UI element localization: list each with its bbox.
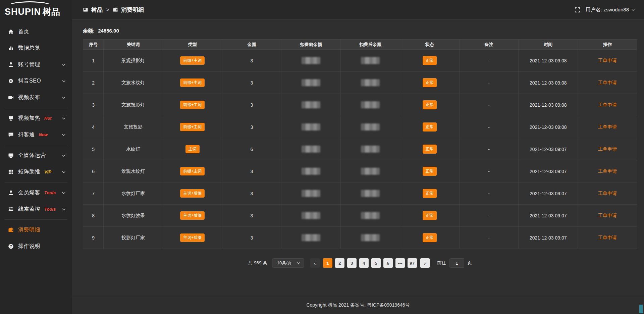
cell-remark: - xyxy=(459,227,519,249)
redacted-balance xyxy=(361,168,380,175)
cell-keyword: 水纹灯 xyxy=(104,138,163,160)
cell-keyword: 景观水纹灯 xyxy=(104,160,163,182)
menu-icon xyxy=(8,45,14,51)
cell-remark: - xyxy=(459,72,519,94)
type-badge: 主词+后缀 xyxy=(180,189,205,197)
table-row: 5 水纹灯 主词 6 正常 - 2021-12-03 09:07 工单申请 xyxy=(83,138,637,160)
cell-remark: - xyxy=(459,205,519,227)
page-button[interactable]: 5 xyxy=(371,258,381,268)
cell-remark: - xyxy=(459,138,519,160)
sidebar-item[interactable]: ? 操作说明 xyxy=(5,238,67,255)
sidebar-item[interactable]: 视频发布 xyxy=(5,89,67,106)
sidebar-item-label: 首页 xyxy=(18,28,29,35)
ticket-request-link[interactable]: 工单申请 xyxy=(598,168,617,174)
chevron-down-icon xyxy=(297,261,301,265)
status-badge: 正常 xyxy=(423,100,437,110)
sidebar-item[interactable]: 视频加热 Hot xyxy=(5,110,67,126)
sidebar-item[interactable]: 抖音SEO xyxy=(5,73,67,89)
cell-index: 7 xyxy=(83,182,104,205)
cell-balance-after xyxy=(341,205,400,227)
pagination: 共 969 条 10条/页 ‹ 1 2 3 4 xyxy=(83,258,637,268)
prev-page-button[interactable]: ‹ xyxy=(310,258,320,268)
ticket-request-link[interactable]: 工单申请 xyxy=(598,213,617,218)
sidebar-item[interactable]: 会员爆客 Tools xyxy=(5,185,67,201)
redacted-balance xyxy=(361,146,380,153)
ticket-request-link[interactable]: 工单申请 xyxy=(598,191,617,196)
consumption-table-wrap: 序号关键词类型金额扣费前余额扣费后余额状态备注时间操作 1 景观投影灯 前缀+主… xyxy=(83,39,637,249)
type-badge: 前缀+主词 xyxy=(180,56,205,64)
copyright-text: Copyright 树品 2021 备案号: 粤ICP备09019646号 xyxy=(306,302,410,308)
cell-action: 工单申请 xyxy=(578,72,637,94)
consumption-table: 序号关键词类型金额扣费前余额扣费后余额状态备注时间操作 1 景观投影灯 前缀+主… xyxy=(83,39,637,249)
cell-action: 工单申请 xyxy=(578,116,637,138)
sidebar-item[interactable]: 数据总览 xyxy=(5,40,67,56)
ticket-request-link[interactable]: 工单申请 xyxy=(598,146,617,152)
cell-status: 正常 xyxy=(400,205,459,227)
table-row: 4 文旅投影 前缀+主词 3 正常 - 2021-12-03 09:08 工单申… xyxy=(83,116,637,138)
page-size-select[interactable]: 10条/页 xyxy=(272,258,304,268)
cell-balance-before xyxy=(281,182,341,205)
userbox: 用户名: zswodun88 xyxy=(575,7,635,13)
table-head: 序号关键词类型金额扣费前余额扣费后余额状态备注时间操作 xyxy=(83,40,637,50)
page-button[interactable]: ••• xyxy=(395,258,405,268)
ticket-request-link[interactable]: 工单申请 xyxy=(598,124,617,129)
cell-time: 2021-12-03 09:07 xyxy=(519,160,578,182)
goto-page-input[interactable] xyxy=(449,258,464,268)
column-header: 类型 xyxy=(163,40,222,50)
cell-amount: 6 xyxy=(222,138,281,160)
username: 用户名: zswodun88 xyxy=(586,7,629,13)
menu-icon xyxy=(8,169,14,175)
cell-action: 工单申请 xyxy=(578,50,637,72)
chevron-down-icon xyxy=(61,170,66,174)
sidebar-item[interactable]: 线索监控 Tools xyxy=(5,201,67,217)
cell-index: 1 xyxy=(83,50,104,72)
breadcrumb-root[interactable]: 树品 xyxy=(91,6,103,14)
ticket-request-link[interactable]: 工单申请 xyxy=(598,58,617,63)
redacted-balance xyxy=(302,79,320,86)
column-header: 扣费前余额 xyxy=(281,40,341,50)
cell-type: 前缀+主词 xyxy=(163,72,222,94)
ticket-request-link[interactable]: 工单申请 xyxy=(598,235,617,240)
sidebar-item[interactable]: 首页 xyxy=(5,23,67,40)
page-button[interactable]: 3 xyxy=(347,258,357,268)
page-button[interactable]: 6 xyxy=(383,258,393,268)
redacted-balance xyxy=(302,190,320,197)
balance: 余额: 24856.00 xyxy=(83,28,637,34)
sidebar-item[interactable]: 抖客通 New xyxy=(5,126,67,143)
cell-type: 前缀+主词 xyxy=(163,160,222,182)
sidebar-item[interactable]: 全媒体运营 xyxy=(5,147,67,164)
sidebar-item[interactable]: 账号管理 xyxy=(5,56,67,73)
chevron-down-icon xyxy=(61,95,66,100)
page-button[interactable]: 97 xyxy=(408,258,417,268)
brand-name-cn: 树品 xyxy=(43,7,60,17)
fullscreen-icon[interactable] xyxy=(575,7,580,13)
cell-balance-before xyxy=(281,160,341,182)
page-button[interactable]: 4 xyxy=(359,258,369,268)
cell-time: 2021-12-03 09:08 xyxy=(519,116,578,138)
cell-status: 正常 xyxy=(400,138,459,160)
sidebar-item[interactable]: 矩阵助推 VIP xyxy=(5,164,67,180)
ticket-request-link[interactable]: 工单申请 xyxy=(598,102,617,107)
sidebar-menu: 首页 数据总览 账号管理 xyxy=(0,21,72,257)
floating-widget[interactable] xyxy=(639,305,643,313)
type-badge: 主词+后缀 xyxy=(180,233,205,242)
cell-balance-before xyxy=(281,138,341,160)
redacted-balance xyxy=(302,168,320,175)
page-button[interactable]: 1 xyxy=(323,258,332,268)
sidebar-item-tag: Tools xyxy=(44,207,56,212)
chevron-down-icon xyxy=(631,8,635,12)
balance-label: 余额: xyxy=(83,28,95,34)
user-menu-trigger[interactable]: 用户名: zswodun88 xyxy=(586,7,635,13)
type-badge: 前缀+主词 xyxy=(180,101,205,109)
page-buttons: 1 2 3 4 5 6 ••• 97 xyxy=(323,258,417,268)
ticket-request-link[interactable]: 工单申请 xyxy=(598,80,617,85)
next-page-button[interactable]: › xyxy=(420,258,430,268)
sidebar-item-label: 矩阵助推 xyxy=(18,168,40,175)
type-badge: 前缀+主词 xyxy=(180,78,205,87)
redacted-balance xyxy=(302,146,320,153)
page-button[interactable]: 2 xyxy=(335,258,344,268)
menu-icon xyxy=(8,190,14,196)
chevron-down-icon xyxy=(61,79,66,84)
sidebar-item[interactable]: 消费明细 xyxy=(5,222,67,238)
breadcrumb-separator: > xyxy=(106,7,109,12)
